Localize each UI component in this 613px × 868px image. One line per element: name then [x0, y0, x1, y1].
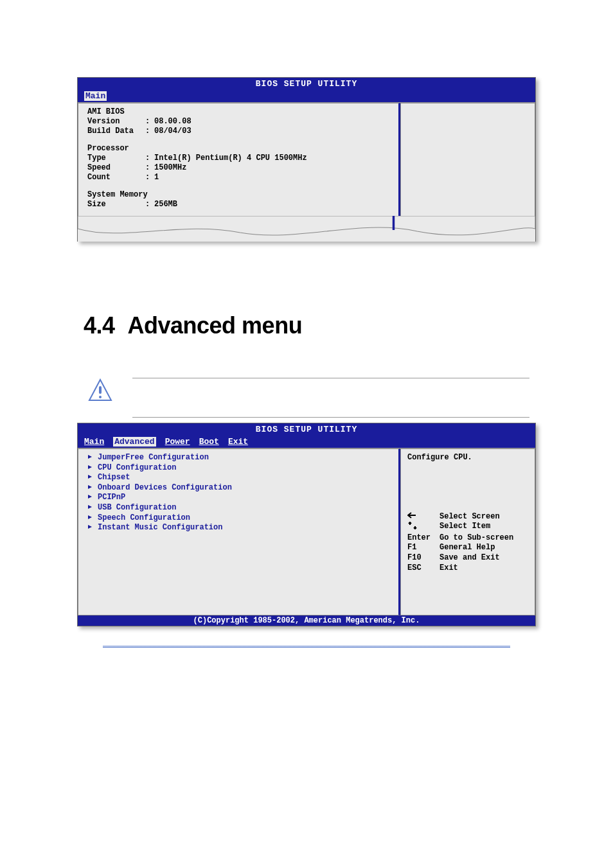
bios-main-column: AMI BIOS Version:08.00.08 Build Data:08/…	[78, 103, 400, 217]
menu-item[interactable]: Chipset	[87, 473, 389, 483]
bios-side-column	[400, 103, 535, 217]
bios-main-screenshot: BIOS SETUP UTILITY Main AMI BIOS Version…	[77, 77, 536, 242]
menu-item[interactable]: PCIPnP	[87, 493, 389, 503]
tab-exit[interactable]: Exit	[228, 437, 248, 447]
bios-advanced-screenshot: BIOS SETUP UTILITY Main Advanced Power B…	[77, 423, 536, 626]
submenu-caret-icon	[87, 473, 93, 483]
bios2-title: BIOS SETUP UTILITY	[78, 423, 535, 436]
submenu-caret-icon	[87, 493, 93, 503]
submenu-caret-icon	[87, 483, 93, 493]
row-size-value: 256MB	[154, 200, 177, 209]
left-arrow-icon	[407, 512, 436, 522]
nav-f1-key: F1	[407, 543, 436, 553]
caution-icon	[87, 378, 113, 403]
sysmem-heading: System Memory	[87, 190, 389, 200]
nav-esc-key: ESC	[407, 563, 436, 574]
nav-esc: ESC Exit	[407, 563, 528, 574]
menu-item[interactable]: CPU Configuration	[87, 463, 389, 474]
nav-select-item-text: Select Item	[440, 522, 490, 533]
menu-item[interactable]: USB Configuration	[87, 503, 389, 513]
section-title: Advanced menu	[128, 312, 303, 339]
bios2-side-column: Configure CPU. Select Screen Select Item	[400, 448, 535, 616]
bios2-content: JumperFree ConfigurationCPU Configuratio…	[78, 448, 535, 616]
submenu-caret-icon	[87, 463, 93, 474]
submenu-caret-icon	[87, 453, 93, 463]
section-number: 4.4	[84, 312, 115, 339]
tab-power[interactable]: Power	[165, 437, 190, 447]
svg-point-2	[99, 396, 102, 398]
section-heading: 4.4Advanced menu	[84, 312, 549, 339]
row-size: Size:256MB	[87, 200, 389, 209]
torn-edge	[78, 216, 535, 242]
bios2-tab-row: Main Advanced Power Boot Exit	[78, 436, 535, 448]
tab-main[interactable]: Main	[84, 437, 104, 447]
menu-item-label: JumperFree Configuration	[98, 453, 209, 463]
nav-esc-text: Exit	[440, 563, 458, 574]
caution-text	[132, 378, 529, 418]
side-help-text: Configure CPU.	[407, 453, 528, 463]
row-builddata-value: 08/04/03	[154, 127, 191, 136]
row-speed-value: 1500MHz	[154, 163, 186, 173]
up-down-arrow-icon	[407, 522, 436, 533]
svg-rect-1	[99, 386, 102, 394]
nav-help: Select Screen Select Item Enter Go to Su…	[407, 512, 528, 574]
bios-title: BIOS SETUP UTILITY	[78, 78, 535, 90]
row-count-value: 1	[154, 173, 159, 182]
row-size-label: Size	[87, 200, 145, 209]
page-footer-rule	[103, 646, 510, 648]
nav-enter-key: Enter	[407, 533, 436, 544]
row-count: Count:1	[87, 173, 389, 182]
nav-enter-text: Go to Sub-screen	[440, 533, 513, 544]
menu-item-label: Speech Configuration	[98, 513, 190, 524]
menu-item[interactable]: JumperFree Configuration	[87, 453, 389, 463]
menu-item-label: PCIPnP	[98, 493, 125, 503]
menu-item-label: Onboard Devices Configuration	[98, 483, 232, 493]
row-version: Version:08.00.08	[87, 117, 389, 127]
row-version-label: Version	[87, 117, 145, 127]
row-type-label: Type	[87, 154, 145, 163]
row-speed-label: Speed	[87, 163, 145, 173]
bios-content: AMI BIOS Version:08.00.08 Build Data:08/…	[78, 102, 535, 217]
bios2-footer: (C)Copyright 1985-2002, American Megatre…	[78, 616, 535, 626]
row-builddata-label: Build Data	[87, 127, 145, 136]
row-type: Type:Intel(R) Pentium(R) 4 CPU 1500MHz	[87, 154, 389, 163]
nav-f10-text: Save and Exit	[440, 553, 500, 563]
nav-select-screen: Select Screen	[407, 512, 528, 522]
menu-item[interactable]: Instant Music Configuration	[87, 523, 389, 533]
row-type-value: Intel(R) Pentium(R) 4 CPU 1500MHz	[154, 154, 307, 163]
bios2-main-column: JumperFree ConfigurationCPU Configuratio…	[78, 448, 400, 616]
menu-item[interactable]: Speech Configuration	[87, 513, 389, 524]
row-builddata: Build Data:08/04/03	[87, 127, 389, 136]
nav-enter: Enter Go to Sub-screen	[407, 533, 528, 544]
nav-f1: F1 General Help	[407, 543, 528, 553]
caution-block	[87, 378, 529, 418]
tab-advanced[interactable]: Advanced	[113, 437, 155, 447]
nav-f10-key: F10	[407, 553, 436, 563]
nav-f1-text: General Help	[440, 543, 495, 553]
menu-item-label: CPU Configuration	[98, 463, 176, 474]
nav-select-screen-text: Select Screen	[440, 512, 500, 522]
bios-tab-row: Main	[78, 90, 535, 102]
menu-item[interactable]: Onboard Devices Configuration	[87, 483, 389, 493]
submenu-caret-icon	[87, 523, 93, 533]
row-version-value: 08.00.08	[154, 117, 191, 127]
tab-boot[interactable]: Boot	[199, 437, 219, 447]
processor-heading: Processor	[87, 144, 389, 154]
nav-f10: F10 Save and Exit	[407, 553, 528, 563]
amibios-heading: AMI BIOS	[87, 107, 389, 117]
row-count-label: Count	[87, 173, 145, 182]
tab-main[interactable]: Main	[84, 91, 107, 101]
nav-select-item: Select Item	[407, 522, 528, 533]
menu-item-label: Instant Music Configuration	[98, 523, 222, 533]
page: BIOS SETUP UTILITY Main AMI BIOS Version…	[0, 0, 613, 667]
submenu-caret-icon	[87, 513, 93, 524]
menu-item-label: USB Configuration	[98, 503, 176, 513]
row-speed: Speed:1500MHz	[87, 163, 389, 173]
menu-item-label: Chipset	[98, 473, 130, 483]
submenu-caret-icon	[87, 503, 93, 513]
